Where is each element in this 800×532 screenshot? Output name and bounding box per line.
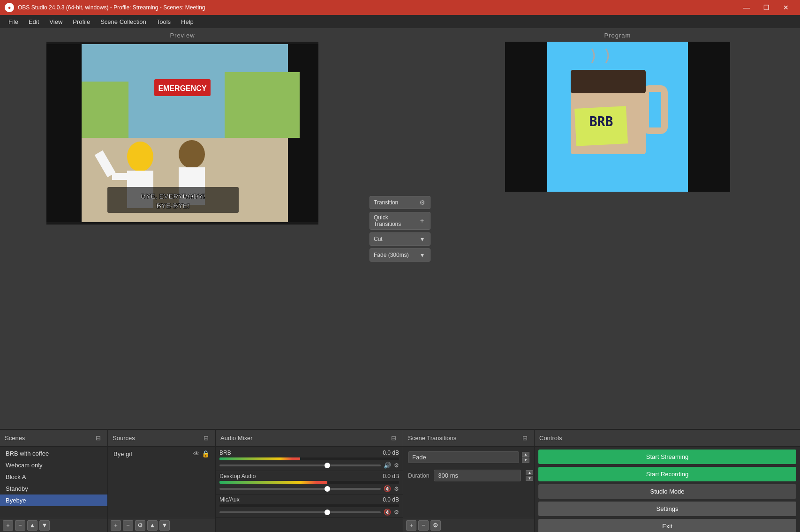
- add-trans-button[interactable]: +: [406, 520, 416, 531]
- sources-panel: Sources ⊟ Bye gif 👁 🔒 + − ⚙ ▲ ▼: [108, 430, 216, 532]
- trans-spinner-up[interactable]: ▲: [522, 452, 529, 457]
- menu-scene-collection[interactable]: Scene Collection: [96, 16, 151, 27]
- scene-item-byebye[interactable]: Byebye: [0, 495, 107, 506]
- transition-label: Transition: [374, 199, 415, 206]
- desktop-slider-thumb[interactable]: [325, 486, 330, 492]
- svg-text:BYE-BYE!: BYE-BYE!: [156, 202, 190, 210]
- restore-button[interactable]: ❐: [757, 0, 776, 15]
- scene-item-brb[interactable]: BRB with coffee: [0, 448, 107, 459]
- desktop-meter-fill: [219, 481, 327, 484]
- move-scene-up-button[interactable]: ▲: [27, 520, 38, 531]
- quick-transitions-box: Quick Transitions ＋: [370, 212, 430, 230]
- bottom-panel: Scenes ⊟ BRB with coffee Webcam only Blo…: [0, 429, 800, 532]
- svg-text:BRB: BRB: [589, 114, 613, 129]
- desktop-slider[interactable]: [219, 488, 381, 490]
- menu-bar: File Edit View Profile Scene Collection …: [0, 15, 800, 28]
- program-canvas: BRB: [505, 42, 730, 192]
- scenes-config-icon[interactable]: ⊟: [94, 434, 103, 442]
- desktop-track-name: Desktop Audio: [219, 473, 256, 480]
- source-eye-icon[interactable]: 👁: [193, 450, 200, 457]
- svg-rect-23: [571, 70, 646, 93]
- start-streaming-button[interactable]: Start Streaming: [538, 450, 796, 464]
- menu-profile[interactable]: Profile: [68, 16, 95, 27]
- menu-view[interactable]: View: [45, 16, 67, 27]
- transition-select[interactable]: Fade Cut: [408, 451, 519, 463]
- scene-transitions-title: Scene Transitions: [408, 435, 456, 442]
- source-settings-button[interactable]: ⚙: [135, 520, 145, 531]
- add-scene-button[interactable]: +: [3, 520, 13, 531]
- scene-transitions-panel: Scene Transitions ⊟ Fade Cut ▲ ▼ Duratio…: [403, 430, 535, 532]
- source-name: Bye gif: [113, 450, 132, 457]
- trans-spinner-down[interactable]: ▼: [522, 457, 529, 463]
- scene-item-blocka[interactable]: Block A: [0, 471, 107, 483]
- scene-item-webcam[interactable]: Webcam only: [0, 459, 107, 471]
- desktop-mute-icon[interactable]: 🔇: [384, 485, 391, 492]
- svg-rect-11: [112, 173, 128, 180]
- svg-point-9: [127, 142, 153, 172]
- scenes-list: BRB with coffee Webcam only Block A Stan…: [0, 447, 107, 518]
- desktop-gear-icon[interactable]: ⚙: [394, 486, 399, 492]
- menu-file[interactable]: File: [4, 16, 23, 27]
- app-icon: ●: [5, 3, 14, 12]
- program-label: Program: [604, 32, 631, 39]
- brb-speaker-icon[interactable]: 🔊: [384, 462, 391, 469]
- svg-rect-6: [225, 72, 300, 138]
- brb-slider-thumb[interactable]: [325, 463, 330, 468]
- mic-track-name: Mic/Aux: [219, 496, 240, 503]
- remove-trans-button[interactable]: −: [418, 520, 429, 531]
- minimize-button[interactable]: —: [737, 0, 756, 15]
- audio-config-icon[interactable]: ⊟: [389, 434, 398, 442]
- menu-tools[interactable]: Tools: [152, 16, 175, 27]
- add-transition-icon[interactable]: ＋: [418, 217, 426, 225]
- transition-settings-icon[interactable]: ⚙: [418, 198, 426, 207]
- add-source-button[interactable]: +: [111, 520, 121, 531]
- settings-button[interactable]: Settings: [538, 502, 796, 516]
- start-recording-button[interactable]: Start Recording: [538, 467, 796, 481]
- remove-source-button[interactable]: −: [123, 520, 133, 531]
- cut-chevron-icon[interactable]: ▾: [418, 235, 426, 243]
- close-button[interactable]: ✕: [777, 0, 795, 15]
- audio-track-brb: BRB 0.0 dB 🔊 ⚙: [216, 448, 403, 471]
- trans-settings-button[interactable]: ⚙: [430, 520, 441, 531]
- cut-label: Cut: [374, 236, 415, 242]
- brb-slider[interactable]: [219, 465, 381, 466]
- scene-item-standby[interactable]: Standby: [0, 483, 107, 495]
- brb-gear-icon[interactable]: ⚙: [394, 462, 399, 469]
- duration-input[interactable]: [434, 470, 521, 481]
- controls-title: Controls: [539, 435, 562, 442]
- source-lock-icon[interactable]: 🔒: [202, 450, 210, 457]
- mic-slider[interactable]: [219, 511, 381, 513]
- move-source-down-button[interactable]: ▼: [159, 520, 170, 531]
- brb-db: 0.0 dB: [383, 450, 399, 456]
- audio-track-mic: Mic/Aux 0.0 dB 🔇 ⚙: [216, 495, 403, 518]
- mic-meter: [219, 504, 399, 507]
- cut-box: Cut ▾: [370, 232, 430, 246]
- studio-mode-button[interactable]: Studio Mode: [538, 484, 796, 499]
- mic-gear-icon[interactable]: ⚙: [394, 509, 399, 516]
- trans-spinner: ▲ ▼: [522, 452, 529, 463]
- scene-trans-config-icon[interactable]: ⊟: [521, 434, 529, 442]
- duration-spinner-up[interactable]: ▲: [526, 470, 533, 475]
- fade-box: Fade (300ms) ▾: [370, 248, 430, 262]
- menu-edit[interactable]: Edit: [24, 16, 44, 27]
- scene-transitions-header: Scene Transitions ⊟: [403, 430, 534, 447]
- move-source-up-button[interactable]: ▲: [147, 520, 158, 531]
- mic-mute-icon[interactable]: 🔇: [384, 509, 391, 516]
- mic-slider-thumb[interactable]: [325, 510, 330, 515]
- source-item-byegif[interactable]: Bye gif 👁 🔒: [108, 448, 215, 460]
- brb-track-name: BRB: [219, 450, 231, 456]
- duration-spinner-down[interactable]: ▼: [526, 476, 533, 481]
- audio-panel: Audio Mixer ⊟ BRB 0.0 dB 🔊: [216, 430, 403, 532]
- remove-scene-button[interactable]: −: [15, 520, 25, 531]
- transition-panel: Transition ⚙ Quick Transitions ＋ Cut ▾ F…: [365, 28, 435, 429]
- menu-help[interactable]: Help: [176, 16, 198, 27]
- sources-footer: + − ⚙ ▲ ▼: [108, 518, 215, 532]
- move-scene-down-button[interactable]: ▼: [39, 520, 50, 531]
- window-controls: — ❐ ✕: [737, 0, 795, 15]
- sources-config-icon[interactable]: ⊟: [202, 434, 211, 442]
- exit-button[interactable]: Exit: [538, 519, 796, 532]
- preview-canvas: EMERGENCY BYE, EVERYBODY! BYE-BYE!: [46, 44, 318, 222]
- duration-label: Duration: [408, 472, 429, 479]
- fade-chevron-icon[interactable]: ▾: [418, 251, 426, 259]
- controls-header: Controls: [535, 430, 800, 447]
